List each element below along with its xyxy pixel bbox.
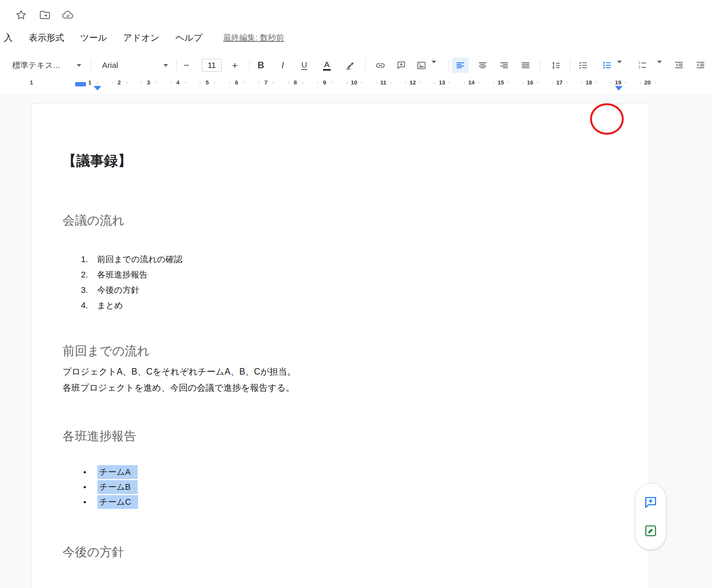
ruler-number: 18 <box>574 77 604 88</box>
align-justify-icon <box>521 60 531 70</box>
insert-link-button[interactable] <box>372 58 389 73</box>
ruler-number: 4 <box>163 77 193 88</box>
list-item[interactable]: ● チームA <box>83 464 618 479</box>
bold-button[interactable]: B <box>252 58 269 73</box>
doc-paragraph[interactable]: 各班プロジェクトを進め、今回の会議で進捗を報告する。 <box>63 380 618 396</box>
comment-add-icon <box>396 60 406 70</box>
decrease-font-size-button[interactable]: − <box>179 58 194 73</box>
add-comment-button[interactable] <box>393 58 410 73</box>
list-item[interactable]: ● チームC <box>83 494 618 509</box>
insert-image-menu-arrow[interactable] <box>430 61 437 70</box>
last-edit-link[interactable]: 最終編集: 数秒前 <box>223 32 284 43</box>
first-line-indent-marker[interactable] <box>75 82 86 86</box>
team-bulleted-list: ● チームA ● チームB ● チームC <box>63 464 618 509</box>
list-number: 2. <box>81 267 97 282</box>
numbered-list-button[interactable]: 12 <box>634 58 651 73</box>
ruler-number: 6 <box>222 77 252 88</box>
menu-help[interactable]: ヘルプ <box>174 31 204 45</box>
star-icon[interactable] <box>15 8 28 21</box>
font-family-dropdown[interactable]: Arial <box>97 58 172 73</box>
right-indent-marker[interactable] <box>615 86 623 91</box>
selected-text: チームC <box>97 495 138 509</box>
indent-icon <box>696 60 705 70</box>
text-color-button[interactable]: A <box>318 58 335 73</box>
list-number: 4. <box>81 298 97 313</box>
list-text: まとめ <box>97 298 123 313</box>
increase-font-size-button[interactable]: + <box>227 58 242 73</box>
document-canvas: 【議事録】 会議の流れ 1. 前回までの流れの確認 2. 各班進捗報告 3. 今… <box>0 94 712 588</box>
image-icon <box>416 60 427 71</box>
numbered-list-menu-arrow[interactable] <box>656 61 663 70</box>
left-indent-marker[interactable] <box>94 86 101 91</box>
list-item[interactable]: 4. まとめ <box>81 298 618 313</box>
align-right-button[interactable] <box>496 58 513 73</box>
ruler-number: 9 <box>310 77 340 88</box>
align-center-button[interactable] <box>474 58 491 73</box>
ruler-number: 17 <box>545 77 574 88</box>
toolbar-divider <box>540 59 541 71</box>
increase-indent-button[interactable] <box>692 58 709 73</box>
menu-addons[interactable]: アドオン <box>122 31 161 45</box>
list-item[interactable]: ● チームB <box>83 479 618 494</box>
underline-button[interactable]: U <box>296 58 313 73</box>
ruler-margin-label: 1 <box>28 79 35 86</box>
toolbar-divider <box>570 59 570 71</box>
document-content: 【議事録】 会議の流れ 1. 前回までの流れの確認 2. 各班進捗報告 3. 今… <box>32 104 649 559</box>
ruler: 1 1 2 3 4 5 6 7 8 9 10 11 12 13 14 15 16… <box>0 77 712 94</box>
align-left-icon <box>455 60 465 70</box>
menu-insert-partial[interactable]: 入 <box>2 31 14 45</box>
floating-add-comment-button[interactable] <box>641 493 660 512</box>
ruler-number: 2 <box>105 77 134 88</box>
list-text: 各班進捗報告 <box>97 267 148 282</box>
list-item[interactable]: 3. 今後の方針 <box>81 282 618 298</box>
list-item[interactable]: 1. 前回までの流れの確認 <box>81 252 618 267</box>
list-text: 今後の方針 <box>97 282 140 298</box>
doc-title[interactable]: 【議事録】 <box>63 152 618 169</box>
ruler-number: 16 <box>516 77 545 88</box>
menu-tools[interactable]: ツール <box>79 31 109 45</box>
checklist-button[interactable] <box>575 58 592 73</box>
highlighter-icon <box>346 60 356 70</box>
move-to-folder-icon[interactable] <box>38 8 51 21</box>
ruler-number: 10 <box>340 77 369 88</box>
agenda-numbered-list: 1. 前回までの流れの確認 2. 各班進捗報告 3. 今後の方針 4. まとめ <box>63 252 618 313</box>
doc-heading-agenda[interactable]: 会議の流れ <box>63 213 618 228</box>
svg-text:2: 2 <box>638 65 640 69</box>
bullet-icon: ● <box>83 499 99 505</box>
doc-heading-previous[interactable]: 前回までの流れ <box>63 344 618 358</box>
line-spacing-button[interactable] <box>547 58 564 73</box>
bulleted-list-menu-arrow[interactable] <box>616 61 623 70</box>
font-size-input[interactable]: 11 <box>202 59 222 72</box>
toolbar-divider <box>365 59 366 71</box>
italic-icon: I <box>282 60 284 71</box>
list-text: 前回までの流れの確認 <box>97 252 183 267</box>
align-right-icon <box>499 60 509 70</box>
list-item[interactable]: 2. 各班進捗報告 <box>81 267 618 282</box>
italic-button[interactable]: I <box>274 58 291 73</box>
paragraph-style-dropdown[interactable]: 標準テキス... <box>7 58 85 73</box>
line-spacing-icon <box>550 60 561 71</box>
font-family-value: Arial <box>102 61 118 70</box>
menu-bar: 入 表示形式 ツール アドオン ヘルプ 最終編集: 数秒前 <box>2 31 284 45</box>
list-number: 3. <box>81 282 97 298</box>
align-left-button[interactable] <box>452 58 469 73</box>
doc-heading-progress[interactable]: 各班進捗報告 <box>63 429 618 443</box>
cloud-status-icon[interactable] <box>61 8 74 21</box>
selected-text: チームB <box>97 480 138 494</box>
doc-paragraphs: プロジェクトA、B、CをそれぞれチームA、B、Cが担当。 各班プロジェクトを進め… <box>63 363 618 396</box>
highlight-color-button[interactable] <box>342 58 359 73</box>
checklist-icon <box>578 60 588 70</box>
text-color-icon: A <box>323 60 331 71</box>
chevron-down-icon <box>617 61 622 63</box>
align-justify-button[interactable] <box>517 58 534 73</box>
document-page[interactable]: 【議事録】 会議の流れ 1. 前回までの流れの確認 2. 各班進捗報告 3. 今… <box>31 104 649 588</box>
decrease-indent-button[interactable] <box>671 58 687 73</box>
bulleted-list-button[interactable] <box>598 58 615 73</box>
list-number: 1. <box>81 252 97 267</box>
doc-paragraph[interactable]: プロジェクトA、B、CをそれぞれチームA、B、Cが担当。 <box>63 363 618 380</box>
chevron-down-icon <box>77 64 81 67</box>
insert-image-button[interactable] <box>413 58 430 73</box>
menu-format[interactable]: 表示形式 <box>27 31 66 45</box>
floating-suggest-edit-button[interactable] <box>641 522 660 540</box>
doc-heading-future[interactable]: 今後の方針 <box>63 545 618 559</box>
